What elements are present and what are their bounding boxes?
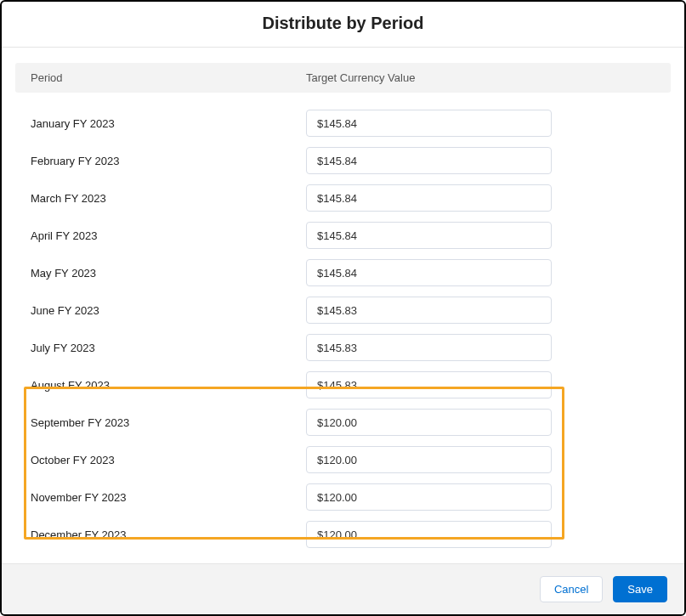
- currency-value-input[interactable]: [306, 446, 552, 473]
- table-row: September FY 2023: [15, 404, 671, 441]
- period-label: December FY 2023: [31, 528, 306, 541]
- modal-body: Period Target Currency Value January FY …: [2, 48, 684, 563]
- currency-value-input[interactable]: [306, 409, 552, 436]
- save-button[interactable]: Save: [613, 576, 667, 602]
- table-row: August FY 2023: [15, 366, 671, 404]
- value-cell: [306, 521, 655, 548]
- table-row: March FY 2023: [15, 179, 671, 217]
- period-label: August FY 2023: [31, 379, 306, 392]
- modal-title: Distribute by Period: [2, 14, 684, 33]
- value-cell: [306, 110, 655, 137]
- value-cell: [306, 222, 655, 249]
- distribute-by-period-modal: Distribute by Period Period Target Curre…: [0, 0, 686, 616]
- period-label: January FY 2023: [31, 117, 306, 130]
- currency-value-input[interactable]: [306, 184, 552, 212]
- period-label: July FY 2023: [31, 342, 306, 354]
- value-cell: [306, 371, 655, 398]
- table-row: July FY 2023: [15, 329, 671, 366]
- column-header-value: Target Currency Value: [306, 71, 655, 84]
- value-cell: [306, 184, 655, 212]
- period-label: June FY 2023: [31, 304, 306, 317]
- period-label: October FY 2023: [31, 454, 306, 466]
- table-row: June FY 2023: [15, 291, 671, 329]
- table-row: December FY 2023: [15, 516, 671, 553]
- table-row: November FY 2023: [15, 478, 671, 516]
- table-row: April FY 2023: [15, 217, 671, 254]
- period-label: November FY 2023: [31, 491, 306, 504]
- currency-value-input[interactable]: [306, 297, 552, 324]
- period-label: May FY 2023: [31, 267, 306, 280]
- currency-value-input[interactable]: [306, 222, 552, 249]
- value-cell: [306, 446, 655, 473]
- currency-value-input[interactable]: [306, 334, 552, 361]
- period-label: September FY 2023: [31, 416, 306, 429]
- currency-value-input[interactable]: [306, 521, 552, 548]
- currency-value-input[interactable]: [306, 259, 552, 286]
- value-cell: [306, 334, 655, 361]
- table-row: May FY 2023: [15, 254, 671, 291]
- table-row: January FY 2023: [15, 105, 671, 142]
- modal-header: Distribute by Period: [2, 2, 684, 48]
- column-header-period: Period: [31, 71, 306, 84]
- value-cell: [306, 259, 655, 286]
- period-label: March FY 2023: [31, 192, 306, 205]
- cancel-button[interactable]: Cancel: [540, 576, 603, 602]
- value-cell: [306, 483, 655, 511]
- modal-footer: Cancel Save: [2, 563, 684, 614]
- currency-value-input[interactable]: [306, 110, 552, 137]
- currency-value-input[interactable]: [306, 147, 552, 174]
- value-cell: [306, 297, 655, 324]
- currency-value-input[interactable]: [306, 371, 552, 398]
- table-header-row: Period Target Currency Value: [15, 63, 671, 93]
- table-row: February FY 2023: [15, 142, 671, 179]
- currency-value-input[interactable]: [306, 483, 552, 511]
- table-row: October FY 2023: [15, 441, 671, 478]
- value-cell: [306, 409, 655, 436]
- period-label: February FY 2023: [31, 155, 306, 167]
- period-label: April FY 2023: [31, 229, 306, 242]
- value-cell: [306, 147, 655, 174]
